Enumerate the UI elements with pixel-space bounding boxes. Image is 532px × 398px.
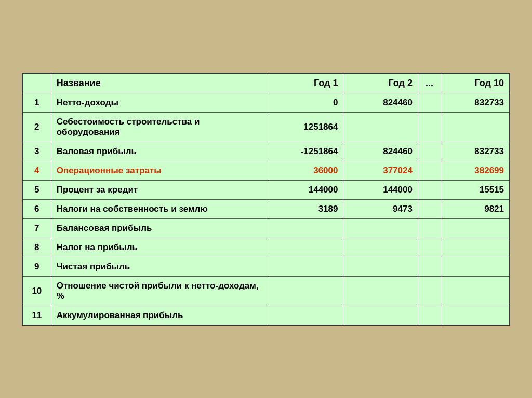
header-year2: Год 2: [343, 73, 418, 93]
row-year10: [441, 218, 510, 238]
row-year2: [343, 276, 418, 306]
row-num: 8: [22, 238, 51, 257]
row-name: Налог на прибыль: [51, 238, 269, 257]
row-year10: [441, 276, 510, 306]
row-year1: 36000: [269, 161, 343, 180]
row-num: 1: [22, 93, 51, 112]
header-year10: Год 10: [441, 73, 510, 93]
row-dots: [418, 218, 441, 238]
table-container: Название Год 1 Год 2 ... Год 10 1Нетто-д…: [11, 62, 521, 336]
table-row: 5Процент за кредит14400014400015515: [22, 180, 510, 199]
row-year10: 832733: [441, 93, 510, 112]
table-row: 6Налоги на собственность и землю31899473…: [22, 199, 510, 218]
row-dots: [418, 238, 441, 257]
row-year10: 15515: [441, 180, 510, 199]
row-dots: [418, 161, 441, 180]
row-dots: [418, 257, 441, 276]
row-name: Аккумулированная прибыль: [51, 306, 269, 325]
row-year1: [269, 238, 343, 257]
row-name: Балансовая прибыль: [51, 218, 269, 238]
table-row: 2Себестоимость строительства и оборудова…: [22, 112, 510, 142]
row-num: 10: [22, 276, 51, 306]
row-num: 6: [22, 199, 51, 218]
table-row: 4Операционные затраты36000377024382699: [22, 161, 510, 180]
row-name: Операционные затраты: [51, 161, 269, 180]
row-year2: [343, 112, 418, 142]
row-year10: 382699: [441, 161, 510, 180]
row-year1: [269, 218, 343, 238]
row-year1: -1251864: [269, 142, 343, 161]
table-row: 11Аккумулированная прибыль: [22, 306, 510, 325]
row-name: Себестоимость строительства и оборудован…: [51, 112, 269, 142]
header-dots: ...: [418, 73, 441, 93]
row-year1: 3189: [269, 199, 343, 218]
row-year2: [343, 306, 418, 325]
row-num: 3: [22, 142, 51, 161]
row-year10: [441, 257, 510, 276]
header-name: Название: [51, 73, 269, 93]
row-num: 7: [22, 218, 51, 238]
row-dots: [418, 199, 441, 218]
row-year2: 9473: [343, 199, 418, 218]
row-year10: 832733: [441, 142, 510, 161]
row-dots: [418, 93, 441, 112]
row-year10: [441, 238, 510, 257]
row-name: Отношение чистой прибыли к нетто-доходам…: [51, 276, 269, 306]
row-year2: 824460: [343, 142, 418, 161]
table-row: 9Чистая прибыль: [22, 257, 510, 276]
table-row: 10Отношение чистой прибыли к нетто-доход…: [22, 276, 510, 306]
row-year1: [269, 306, 343, 325]
financial-table: Название Год 1 Год 2 ... Год 10 1Нетто-д…: [22, 73, 510, 326]
row-year2: 824460: [343, 93, 418, 112]
row-year10: 9821: [441, 199, 510, 218]
row-dots: [418, 276, 441, 306]
header-year1: Год 1: [269, 73, 343, 93]
row-name: Чистая прибыль: [51, 257, 269, 276]
row-year2: [343, 218, 418, 238]
row-num: 5: [22, 180, 51, 199]
row-dots: [418, 112, 441, 142]
row-year2: 377024: [343, 161, 418, 180]
table-row: 7Балансовая прибыль: [22, 218, 510, 238]
row-year1: [269, 276, 343, 306]
row-dots: [418, 180, 441, 199]
row-year1: 1251864: [269, 112, 343, 142]
row-year2: 144000: [343, 180, 418, 199]
row-name: Налоги на собственность и землю: [51, 199, 269, 218]
row-num: 4: [22, 161, 51, 180]
table-row: 8Налог на прибыль: [22, 238, 510, 257]
row-year1: [269, 257, 343, 276]
row-name: Нетто-доходы: [51, 93, 269, 112]
row-dots: [418, 142, 441, 161]
row-year1: 144000: [269, 180, 343, 199]
row-year1: 0: [269, 93, 343, 112]
row-num: 2: [22, 112, 51, 142]
table-row: 3Валовая прибыль-1251864824460832733: [22, 142, 510, 161]
row-year2: [343, 257, 418, 276]
row-year2: [343, 238, 418, 257]
row-name: Валовая прибыль: [51, 142, 269, 161]
table-row: 1Нетто-доходы0824460832733: [22, 93, 510, 112]
row-year10: [441, 112, 510, 142]
row-name: Процент за кредит: [51, 180, 269, 199]
header-num: [22, 73, 51, 93]
row-num: 9: [22, 257, 51, 276]
row-year10: [441, 306, 510, 325]
row-dots: [418, 306, 441, 325]
row-num: 11: [22, 306, 51, 325]
